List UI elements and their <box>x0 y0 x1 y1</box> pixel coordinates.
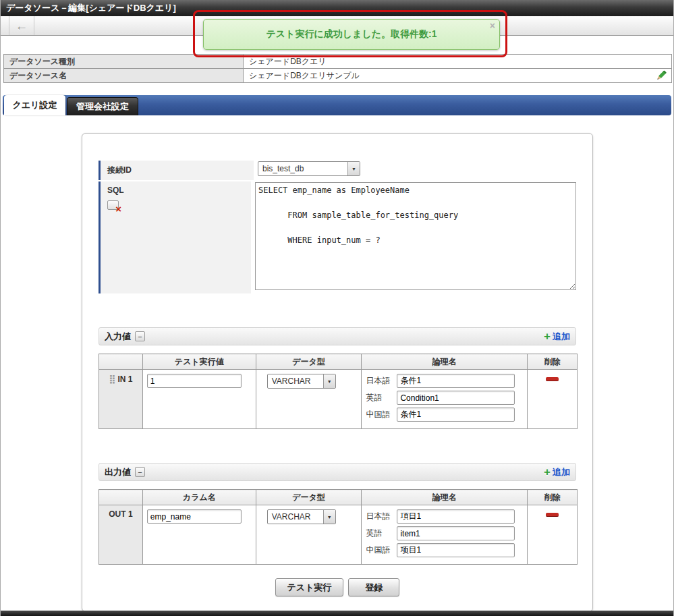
tab-admin-company-settings[interactable]: 管理会社設定 <box>67 97 138 115</box>
page-title: データソース－編集[シェアードDBクエリ] <box>6 3 176 13</box>
table-header-row: テスト実行値 データ型 論理名 削除 <box>99 354 578 370</box>
output-values-section-bar: 出力値 − + 追加 <box>99 463 576 481</box>
output-values-title: 出力値 <box>105 466 131 478</box>
column-header-logical-name: 論理名 <box>362 490 528 505</box>
logical-name-row-en: 英語 <box>366 526 523 540</box>
connection-id-selected-value: bis_test_db <box>258 162 347 175</box>
chevron-down-icon: ▼ <box>327 515 332 520</box>
table-row: データソース種別 シェアードDBクエリ <box>4 55 672 69</box>
success-toast: テスト実行に成功しました。取得件数:1 × <box>203 19 500 50</box>
chevron-down-icon: ▼ <box>327 379 332 384</box>
input-values-title: 入力値 <box>105 331 131 343</box>
connection-id-label: 接続ID <box>99 161 254 180</box>
table-row: データソース名 シェアードDBクエリサンプル <box>4 69 672 83</box>
collapse-toggle-button[interactable]: − <box>135 331 145 341</box>
logical-name-zh-row: 中国語 <box>366 408 523 422</box>
sql-row: SQL × SELECT emp_name as EmployeeName FR… <box>99 181 576 293</box>
test-value-input[interactable] <box>147 374 242 388</box>
sql-textarea[interactable]: SELECT emp_name as EmployeeName FROM sam… <box>255 182 576 290</box>
input-values-table: テスト実行値 データ型 論理名 削除 ⣿IN 1 VARCHAR <box>99 354 578 429</box>
datasource-info-table: データソース種別 シェアードDBクエリ データソース名 シェアードDBクエリサン… <box>3 54 672 83</box>
column-header-column-name: カラム名 <box>142 490 256 505</box>
datasource-name-label: データソース名 <box>4 69 244 83</box>
back-arrow-icon: ← <box>16 20 28 32</box>
tab-query-settings[interactable]: クエリ設定 <box>4 95 65 115</box>
chevron-down-icon: ▼ <box>352 167 356 171</box>
plus-icon: + <box>544 466 551 478</box>
add-output-row-link[interactable]: + 追加 <box>544 466 570 478</box>
column-header <box>99 490 143 505</box>
tab-content: 接続ID bis_test_db ▼ SQL × SELECT emp_name <box>1 115 673 612</box>
logical-name-row-ja: 日本語 <box>366 509 523 524</box>
datasource-type-value: シェアードDBクエリ <box>244 55 672 69</box>
dropdown-button[interactable]: ▼ <box>323 374 335 388</box>
column-header-data-type: データ型 <box>256 490 362 505</box>
logical-name-en-input[interactable] <box>397 526 515 540</box>
close-icon[interactable]: × <box>490 20 495 31</box>
plus-icon: + <box>544 331 551 342</box>
row-id: OUT 1 <box>109 509 132 519</box>
column-header-test-value: テスト実行値 <box>142 354 256 370</box>
collapse-toggle-button[interactable]: − <box>135 467 145 477</box>
dropdown-button[interactable]: ▼ <box>323 510 335 524</box>
action-buttons: テスト実行 登録 <box>99 578 576 596</box>
data-type-selected-value: VARCHAR <box>268 374 323 388</box>
add-input-row-link[interactable]: + 追加 <box>544 331 570 343</box>
input-values-section-bar: 入力値 − + 追加 <box>99 327 576 345</box>
edit-pencil-icon[interactable] <box>655 69 667 84</box>
output-values-table: カラム名 データ型 論理名 削除 OUT 1 VARCHAR <box>99 489 578 565</box>
page-title-bar: データソース－編集[シェアードDBクエリ] <box>1 0 673 16</box>
drag-handle-icon[interactable]: ⣿ <box>109 374 115 384</box>
logical-name-ja-input[interactable] <box>397 374 515 388</box>
output-data-type-select[interactable]: VARCHAR ▼ <box>267 509 336 524</box>
datasource-type-label: データソース種別 <box>4 55 244 69</box>
dropdown-button[interactable]: ▼ <box>347 162 360 175</box>
test-run-button[interactable]: テスト実行 <box>275 578 344 596</box>
table-row: ⣿IN 1 VARCHAR ▼ 日本語 <box>99 370 578 429</box>
column-header <box>99 354 143 370</box>
logical-name-zh-input[interactable] <box>397 408 515 422</box>
toast-message: テスト実行に成功しました。取得件数:1 <box>266 28 437 40</box>
connection-id-row: 接続ID bis_test_db ▼ <box>99 161 576 180</box>
sql-clear-icon[interactable]: × <box>107 200 119 210</box>
table-header-row: カラム名 データ型 論理名 削除 <box>99 490 578 505</box>
column-header-delete: 削除 <box>528 354 578 370</box>
back-button[interactable]: ← <box>9 16 34 35</box>
input-data-type-select[interactable]: VARCHAR ▼ <box>267 374 336 389</box>
delete-row-button[interactable] <box>546 377 559 381</box>
column-header-data-type: データ型 <box>256 354 362 370</box>
tab-bar: クエリ設定 管理会社設定 <box>3 95 671 115</box>
row-id: IN 1 <box>117 374 132 384</box>
data-type-selected-value: VARCHAR <box>268 510 323 524</box>
logical-name-ja-input[interactable] <box>397 509 515 524</box>
logical-name-row-ja: 日本語 <box>366 374 523 388</box>
bottom-bar <box>1 611 673 616</box>
register-button[interactable]: 登録 <box>348 578 399 596</box>
input-row-head: ⣿IN 1 <box>99 370 143 429</box>
datasource-name-value: シェアードDBクエリサンプル <box>244 69 672 83</box>
connection-id-select[interactable]: bis_test_db ▼ <box>258 161 360 176</box>
sql-label: SQL <box>107 186 244 195</box>
column-name-input[interactable] <box>147 509 242 524</box>
red-x-icon: × <box>115 204 121 214</box>
output-row-head: OUT 1 <box>99 505 143 565</box>
column-header-delete: 削除 <box>528 490 578 505</box>
logical-name-zh-row: 中国語 <box>366 543 523 557</box>
logical-name-zh-input[interactable] <box>397 543 515 557</box>
sql-label-cell: SQL × <box>99 181 251 293</box>
column-header-logical-name: 論理名 <box>362 354 528 370</box>
query-settings-panel: 接続ID bis_test_db ▼ SQL × SELECT emp_name <box>82 133 593 612</box>
delete-row-button[interactable] <box>546 513 559 517</box>
application-window: データソース－編集[シェアードDBクエリ] ← テスト実行に成功しました。取得件… <box>0 0 674 616</box>
table-row: OUT 1 VARCHAR ▼ 日本語 <box>99 505 578 565</box>
logical-name-row-en: 英語 <box>366 391 523 405</box>
logical-name-en-input[interactable] <box>397 391 515 405</box>
